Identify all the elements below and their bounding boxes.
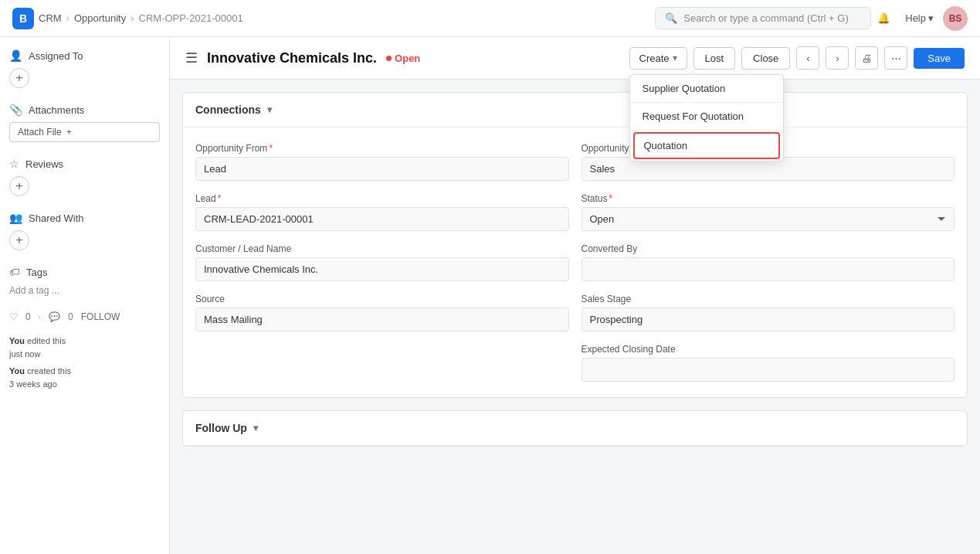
expected-closing-date-group: Expected Closing Date — [582, 344, 955, 382]
next-icon: › — [836, 53, 839, 64]
connections-chevron-icon: ▾ — [267, 104, 272, 115]
page-title-row: ☰ Innovative Chemicals Inc. Open — [185, 49, 420, 66]
search-bar[interactable]: 🔍 Search or type a command (Ctrl + G) — [655, 7, 871, 29]
assigned-to-label-row: 👤 Assigned To — [9, 49, 160, 62]
connections-card-body: Opportunity From* Opportunity Type Lead* — [183, 127, 967, 397]
breadcrumb-opportunity[interactable]: Opportunity — [74, 12, 126, 24]
activity-item-2: You created this 3 weeks ago — [9, 365, 160, 390]
dropdown-quotation[interactable]: Quotation — [633, 132, 780, 159]
likes-count: 0 — [25, 311, 31, 322]
topnav-right: 🔔 Help ▾ BS — [871, 6, 968, 31]
create-chevron-icon: ▾ — [673, 53, 677, 63]
next-button[interactable]: › — [826, 46, 849, 70]
tags-label: Tags — [26, 267, 47, 278]
follow-button[interactable]: FOLLOW — [81, 311, 120, 322]
help-label: Help — [905, 12, 926, 24]
attach-file-button[interactable]: Attach File + — [9, 122, 160, 142]
header-actions: Create ▾ Supplier Quotation Request For … — [629, 46, 965, 70]
main: ☰ Innovative Chemicals Inc. Open Create … — [170, 37, 980, 554]
dropdown-supplier-quotation[interactable]: Supplier Quotation — [630, 75, 783, 103]
add-shared-with-button[interactable]: + — [9, 230, 29, 250]
connections-form-grid: Opportunity From* Opportunity Type Lead* — [195, 143, 955, 382]
hamburger-button[interactable]: ☰ — [185, 49, 198, 66]
create-label: Create — [639, 53, 670, 64]
activity-2-text: created this — [27, 366, 71, 376]
customer-lead-name-input[interactable] — [195, 257, 569, 281]
activity-1-user: You — [9, 336, 25, 345]
attachment-icon: 📎 — [9, 104, 22, 116]
status-group: Status* Open — [582, 193, 955, 231]
reviews-icon: ☆ — [9, 158, 19, 170]
comments-icon: 💬 — [49, 311, 60, 322]
follow-up-card-header[interactable]: Follow Up ▾ — [183, 411, 967, 446]
reviews-label: Reviews — [25, 158, 63, 170]
more-button[interactable]: ⋯ — [884, 46, 907, 70]
notification-button[interactable]: 🔔 — [871, 6, 896, 31]
customer-lead-name-group: Customer / Lead Name — [195, 243, 569, 281]
add-review-button[interactable]: + — [9, 176, 29, 196]
lead-label: Lead* — [195, 193, 569, 204]
app-icon[interactable]: B — [12, 8, 34, 29]
converted-by-group: Converted By — [582, 243, 955, 281]
social-row: ♡ 0 · 💬 0 FOLLOW — [9, 311, 160, 322]
create-dropdown: Supplier Quotation Request For Quotation… — [629, 74, 784, 161]
assigned-to-icon: 👤 — [9, 49, 22, 62]
source-input[interactable] — [195, 308, 569, 331]
comments-count: 0 — [68, 311, 73, 322]
avatar[interactable]: BS — [943, 6, 968, 31]
help-button[interactable]: Help ▾ — [905, 12, 934, 24]
lost-button[interactable]: Lost — [693, 47, 736, 70]
page-title: Innovative Chemicals Inc. — [207, 50, 377, 66]
breadcrumb: CRM › Opportunity › CRM-OPP-2021-00001 — [39, 12, 243, 24]
breadcrumb-record: CRM-OPP-2021-00001 — [139, 12, 243, 24]
expected-closing-date-input[interactable] — [582, 358, 955, 382]
status-dot — [386, 56, 392, 61]
source-group: Source — [195, 294, 569, 331]
save-button[interactable]: Save — [914, 48, 965, 69]
connections-card: Connections ▾ Opportunity From* Opportun… — [182, 92, 968, 398]
assigned-to-section: 👤 Assigned To + — [9, 49, 160, 88]
opportunity-from-group: Opportunity From* — [195, 143, 569, 181]
connections-card-header[interactable]: Connections ▾ — [183, 93, 967, 127]
activity-2-time: 3 weeks ago — [9, 379, 57, 389]
expected-closing-date-label: Expected Closing Date — [582, 344, 955, 355]
create-button[interactable]: Create ▾ — [629, 47, 687, 70]
close-button[interactable]: Close — [741, 47, 790, 70]
status-label: Status* — [582, 193, 955, 204]
activity-1-time: just now — [9, 349, 40, 359]
connections-title: Connections — [195, 104, 261, 116]
topnav-left: B CRM › Opportunity › CRM-OPP-2021-00001 — [12, 8, 655, 29]
shared-with-icon: 👥 — [9, 212, 22, 224]
dropdown-request-for-quotation[interactable]: Request For Quotation — [630, 103, 783, 131]
sales-stage-group: Sales Stage — [582, 294, 955, 331]
lead-group: Lead* — [195, 193, 569, 231]
add-tag-link[interactable]: Add a tag ... — [9, 285, 59, 296]
sales-stage-label: Sales Stage — [582, 294, 955, 304]
reviews-label-row: ☆ Reviews — [9, 158, 160, 170]
opportunity-from-input[interactable] — [195, 157, 569, 181]
sidebar: 👤 Assigned To + 📎 Attachments Attach Fil… — [0, 37, 170, 554]
converted-by-input[interactable] — [582, 257, 955, 281]
prev-button[interactable]: ‹ — [796, 46, 819, 70]
customer-lead-name-label: Customer / Lead Name — [195, 243, 569, 254]
tags-section: 🏷 Tags Add a tag ... — [9, 266, 160, 296]
more-icon: ⋯ — [891, 53, 901, 64]
print-button[interactable]: 🖨 — [855, 46, 878, 70]
content: Connections ▾ Opportunity From* Opportun… — [170, 80, 980, 471]
opportunity-from-label: Opportunity From* — [195, 143, 569, 154]
breadcrumb-crm[interactable]: CRM — [39, 12, 62, 24]
status-select[interactable]: Open — [582, 207, 955, 231]
lead-input[interactable] — [195, 207, 569, 231]
status-badge: Open — [386, 53, 420, 64]
status-text: Open — [395, 53, 420, 64]
follow-up-chevron-icon: ▾ — [253, 423, 258, 433]
print-icon: 🖨 — [862, 53, 872, 64]
add-assigned-to-button[interactable]: + — [9, 68, 29, 88]
source-label: Source — [195, 294, 569, 304]
page-header: ☰ Innovative Chemicals Inc. Open Create … — [170, 37, 980, 80]
attachments-section: 📎 Attachments Attach File + — [9, 104, 160, 142]
shared-with-section: 👥 Shared With + — [9, 212, 160, 250]
tags-icon: 🏷 — [9, 266, 20, 278]
reviews-section: ☆ Reviews + — [9, 158, 160, 196]
sales-stage-input[interactable] — [582, 308, 955, 331]
